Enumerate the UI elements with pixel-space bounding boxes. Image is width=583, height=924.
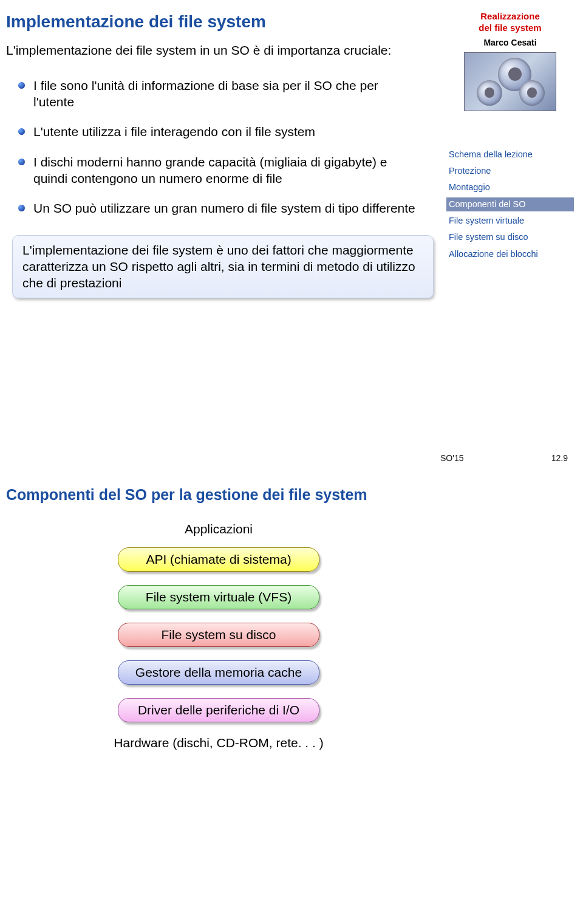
- layer-vfs: File system virtuale (VFS): [118, 585, 319, 609]
- layer-diagram: Applicazioni API (chiamate di sistema) F…: [91, 522, 346, 750]
- nav-item-componenti[interactable]: Componenti del SO: [446, 197, 574, 211]
- diagram-top-label: Applicazioni: [91, 522, 346, 536]
- layer-fs-disk: File system su disco: [118, 623, 319, 647]
- bullet-item: Un SO può utilizzare un gran numero di f…: [21, 200, 416, 216]
- nav-item-fsvirtuale[interactable]: File system virtuale: [446, 214, 574, 228]
- bullet-list: I file sono l'unità di informazione di b…: [6, 77, 416, 217]
- bullet-item: L'utente utilizza i file interagendo con…: [21, 123, 416, 140]
- bullet-item: I file sono l'unità di informazione di b…: [21, 77, 416, 111]
- layer-driver: Driver delle periferiche di I/O: [118, 698, 319, 722]
- side-image-gears: [464, 52, 556, 111]
- side-title: Realizzazione del file system: [446, 11, 574, 34]
- side-nav: Schema della lezione Protezione Montaggi…: [446, 148, 574, 262]
- gear-icon: [477, 80, 502, 106]
- sidebar: Realizzazione del file system Marco Cesa…: [446, 11, 574, 264]
- side-author: Marco Cesati: [446, 38, 574, 47]
- nav-item-montaggio[interactable]: Montaggio: [446, 180, 574, 194]
- intro-text: L'implementazione dei file system in un …: [6, 43, 407, 59]
- diagram-bottom-label: Hardware (dischi, CD-ROM, rete. . . ): [91, 736, 346, 750]
- bullet-item: I dischi moderni hanno grande capacità (…: [21, 154, 416, 187]
- footer-right: 12.9: [551, 453, 568, 463]
- nav-item-fsdisco[interactable]: File system su disco: [446, 230, 574, 244]
- slide-title: Componenti del SO per la gestione dei fi…: [6, 486, 425, 504]
- side-title-line: del file system: [479, 22, 541, 33]
- gear-icon: [519, 80, 545, 106]
- nav-item-allocazione[interactable]: Allocazione dei blocchi: [446, 247, 574, 261]
- side-title-line: Realizzazione: [480, 11, 540, 21]
- nav-item-protezione[interactable]: Protezione: [446, 164, 574, 178]
- footer: SO'15 12.9: [440, 453, 568, 463]
- layer-api: API (chiamate di sistema): [118, 547, 319, 572]
- slide-title: Implementazione dei file system: [6, 12, 425, 32]
- layer-cache: Gestore della memoria cache: [118, 660, 319, 685]
- footer-left: SO'15: [440, 453, 463, 463]
- nav-item-schema[interactable]: Schema della lezione: [446, 148, 574, 162]
- callout-box: L'implementazione dei file system è uno …: [12, 235, 434, 298]
